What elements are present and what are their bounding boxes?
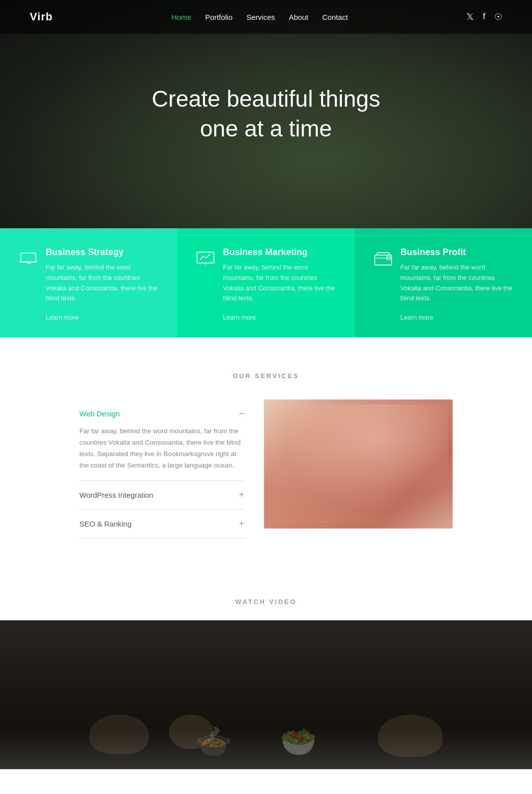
card-link-strategy[interactable]: Learn more <box>46 314 78 322</box>
accordion-plus-icon-2: + <box>239 519 244 529</box>
accordion-header-wordpress[interactable]: WordPress Integration + <box>79 490 244 500</box>
accordion-title-wordpress: WordPress Integration <box>79 491 153 499</box>
accordion-item-webdesign: Web Design − Far far away, behind the wo… <box>79 399 244 481</box>
navbar: Virb Home Portfolio Services About Conta… <box>0 0 532 34</box>
accordion-title-webdesign: Web Design <box>79 409 120 418</box>
feature-card-strategy: Business Strategy Far far away, behind t… <box>0 228 177 337</box>
services-content: Web Design − Far far away, behind the wo… <box>79 399 453 538</box>
wallet-icon <box>373 248 394 269</box>
nav-portfolio[interactable]: Portfolio <box>205 13 232 21</box>
accordion-item-wordpress: WordPress Integration + <box>79 481 244 510</box>
card-link-marketing[interactable]: Learn more <box>223 314 256 322</box>
accordion-plus-icon-1: + <box>239 490 244 500</box>
feature-card-marketing: Business Marketing Far far away, behind … <box>177 228 354 337</box>
video-section: WATCH VIDEO <box>0 568 532 769</box>
services-accordion: Web Design − Far far away, behind the wo… <box>79 399 244 538</box>
accordion-body-webdesign: Far far away, behind the word mountains,… <box>79 426 244 471</box>
accordion-header-webdesign[interactable]: Web Design − <box>79 408 244 419</box>
card-content-marketing: Business Marketing Far far away, behind … <box>223 247 336 322</box>
nav-about[interactable]: About <box>289 13 308 21</box>
card-title-marketing: Business Marketing <box>223 247 336 258</box>
chart-icon <box>195 248 216 269</box>
feature-cards: Business Strategy Far far away, behind t… <box>0 228 532 337</box>
laptop-icon <box>18 248 39 269</box>
hero-section: Create beautiful things one at a time <box>0 0 532 228</box>
twitter-icon[interactable]: 𝕏 <box>466 11 474 22</box>
nav-links: Home Portfolio Services About Contact <box>171 13 347 21</box>
facebook-icon[interactable]: f <box>483 11 485 22</box>
card-content-profit: Business Profit Far far away, behind the… <box>400 247 514 322</box>
video-fade <box>0 729 532 769</box>
hero-headline: Create beautiful things one at a time <box>152 84 380 144</box>
card-desc-strategy: Far far away, behind the word mountains,… <box>46 263 159 304</box>
card-link-profit[interactable]: Learn more <box>400 314 433 322</box>
video-placeholder[interactable] <box>0 620 532 769</box>
services-section: OUR SERVICES Web Design − Far far away, … <box>0 337 532 568</box>
services-label: OUR SERVICES <box>79 372 453 380</box>
nav-home[interactable]: Home <box>171 13 191 21</box>
card-desc-marketing: Far far away, behind the word mountains,… <box>223 263 336 304</box>
card-title-strategy: Business Strategy <box>46 247 159 258</box>
nav-services[interactable]: Services <box>246 13 275 21</box>
social-links: 𝕏 f ☉ <box>466 11 502 22</box>
video-label: WATCH VIDEO <box>0 598 532 605</box>
accordion-header-seo[interactable]: SEO & Ranking + <box>79 519 244 529</box>
logo[interactable]: Virb <box>30 10 53 23</box>
instagram-icon[interactable]: ☉ <box>494 11 502 22</box>
feature-card-profit: Business Profit Far far away, behind the… <box>355 228 532 337</box>
svg-rect-0 <box>21 253 36 262</box>
nav-contact[interactable]: Contact <box>322 13 348 21</box>
accordion-title-seo: SEO & Ranking <box>79 520 132 528</box>
services-image <box>264 399 453 529</box>
accordion-item-seo: SEO & Ranking + <box>79 510 244 538</box>
card-content-strategy: Business Strategy Far far away, behind t… <box>46 247 159 322</box>
card-desc-profit: Far far away, behind the word mountains,… <box>400 263 514 304</box>
card-title-profit: Business Profit <box>400 247 514 258</box>
accordion-minus-icon: − <box>239 408 244 419</box>
hero-text: Create beautiful things one at a time <box>152 84 380 144</box>
